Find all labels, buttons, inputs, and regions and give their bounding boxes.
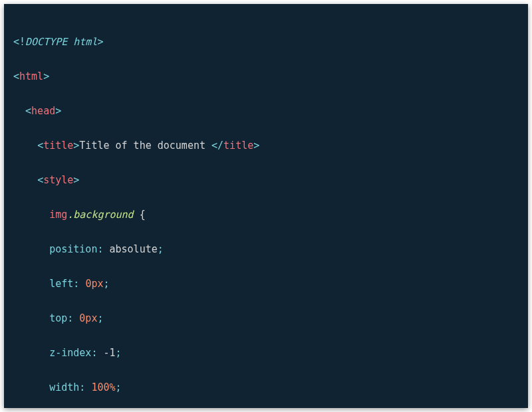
selector-class: .background: [67, 209, 133, 221]
punct: :: [97, 243, 109, 255]
code-line: <!DOCTYPE html>: [13, 33, 519, 51]
code-line: position: absolute;: [13, 241, 519, 258]
punct: ;: [116, 347, 122, 359]
punct: >: [55, 105, 61, 117]
brace: {: [134, 209, 146, 221]
indent: [13, 209, 49, 221]
punct: >: [97, 36, 103, 48]
punct: >: [253, 140, 259, 152]
css-property: top: [49, 312, 67, 324]
punct: ;: [97, 312, 103, 324]
indent: [13, 312, 49, 324]
tag: title: [43, 140, 73, 152]
punct: ;: [158, 243, 164, 255]
selector-element: img: [49, 209, 67, 221]
code-line: <head>: [13, 102, 519, 120]
css-value: absolute: [110, 243, 158, 255]
code-line: img.background {: [13, 206, 519, 223]
indent: [13, 381, 49, 393]
code-line: <html>: [13, 68, 519, 85]
tag: head: [31, 105, 55, 117]
css-value: 0px: [79, 312, 97, 324]
punct: <: [37, 140, 43, 152]
punct: <!: [13, 36, 25, 48]
css-value: 100%: [91, 381, 115, 393]
css-property: width: [49, 381, 79, 393]
indent: [13, 140, 37, 152]
css-value: 0px: [85, 278, 103, 290]
text-content: Title of the document: [79, 140, 211, 152]
punct: <: [25, 105, 31, 117]
code-line: left: 0px;: [13, 275, 519, 292]
punct: :: [91, 347, 103, 359]
css-property: z-index: [49, 347, 91, 359]
punct: >: [73, 174, 79, 186]
code-editor[interactable]: <!DOCTYPE html> <html> <head> <title>Tit…: [4, 4, 528, 408]
code-line: z-index: -1;: [13, 344, 519, 361]
tag: title: [223, 140, 253, 152]
code-line: width: 100%;: [13, 379, 519, 396]
code-line: top: 0px;: [13, 310, 519, 327]
punct: <: [13, 70, 19, 82]
punct: :: [67, 312, 79, 324]
css-property: position: [49, 243, 97, 255]
doctype-html: html: [73, 36, 97, 48]
indent: [13, 174, 37, 186]
css-property: left: [49, 278, 73, 290]
code-line: <style>: [13, 171, 519, 189]
indent: [13, 243, 49, 255]
punct: </: [211, 140, 223, 152]
tag: style: [43, 174, 73, 186]
indent: [13, 105, 25, 117]
punct: <: [37, 174, 43, 186]
punct: >: [73, 140, 79, 152]
css-value: -1: [103, 347, 115, 359]
punct: ;: [103, 278, 109, 290]
punct: ;: [116, 381, 122, 393]
punct: :: [73, 278, 85, 290]
tag: html: [19, 70, 43, 82]
doctype-keyword: DOCTYPE: [25, 36, 73, 48]
indent: [13, 347, 49, 359]
punct: >: [43, 70, 49, 82]
code-line: <title>Title of the document </title>: [13, 137, 519, 154]
indent: [13, 278, 49, 290]
punct: :: [79, 381, 91, 393]
